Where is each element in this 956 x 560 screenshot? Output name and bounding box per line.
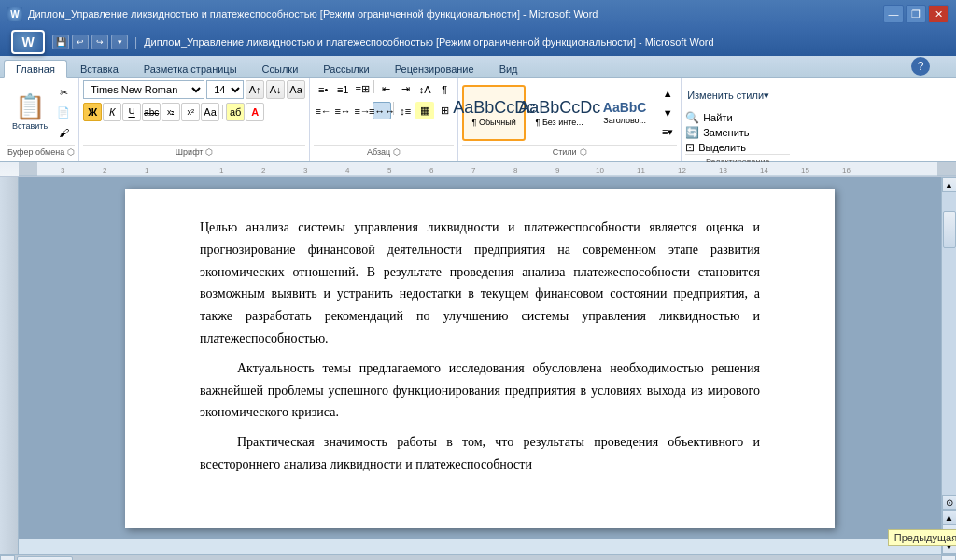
find-button[interactable]: 🔍 Найти — [685, 111, 749, 124]
superscript-button[interactable]: x² — [181, 103, 200, 121]
multilevel-button[interactable]: ≡⊞ — [353, 80, 372, 98]
tab-mailings[interactable]: Рассылки — [311, 60, 381, 77]
svg-rect-2 — [937, 162, 956, 177]
close-button[interactable]: ✕ — [928, 5, 949, 23]
style-no-spacing-label: ¶ Без инте... — [536, 118, 583, 127]
titlebar: W Диплом_Управление ликвидностью и плате… — [0, 0, 956, 28]
paste-button[interactable]: 📋 Вставить — [7, 82, 52, 143]
style-no-spacing[interactable]: AaBbCcDc ¶ Без инте... — [527, 85, 591, 141]
copy-button[interactable]: 📄 — [54, 104, 73, 121]
font-label: Шрифт — [176, 147, 204, 157]
align-left-button[interactable]: ≡← — [314, 102, 332, 119]
redo-btn[interactable]: ↪ — [91, 35, 108, 49]
font-color-button[interactable]: А — [246, 103, 264, 121]
style-normal[interactable]: AaBbCcDc ¶ Обычный — [462, 85, 526, 141]
select-object-button[interactable]: ⊙ — [942, 495, 957, 510]
paragraph-3: Практическая значимость работы в том, чт… — [200, 431, 760, 476]
svg-text:12: 12 — [678, 166, 686, 175]
format-painter-button[interactable]: 🖌 — [54, 123, 73, 141]
styles-group: AaBbCcDc ¶ Обычный AaBbCcDc ¶ Без инте..… — [458, 78, 682, 161]
font-shrink-button[interactable]: A↓ — [266, 80, 285, 99]
replace-button[interactable]: 🔄 Заменить — [685, 126, 749, 139]
undo-btn[interactable]: ↩ — [72, 35, 89, 49]
svg-text:8: 8 — [513, 166, 518, 175]
bullets-button[interactable]: ≡• — [314, 80, 332, 98]
office-logo: W — [7, 7, 22, 21]
font-grow-button[interactable]: A↑ — [246, 80, 264, 99]
svg-text:14: 14 — [760, 166, 768, 175]
ribbon-tabs: Главная Вставка Разметка страницы Ссылки… — [0, 56, 956, 78]
vertical-scrollbar: ▲ ⊙ ▲ ▼ ▼ — [941, 177, 956, 554]
change-styles-button[interactable]: Изменить стили▾ — [685, 80, 779, 108]
styles-more[interactable]: ≡▾ — [658, 123, 677, 141]
office-button[interactable]: W — [11, 30, 45, 54]
numbering-button[interactable]: ≡1 — [333, 80, 352, 98]
paragraph-expand[interactable]: ⬡ — [393, 147, 401, 157]
tab-home[interactable]: Главная — [4, 60, 67, 78]
case-button[interactable]: Аа — [201, 103, 219, 121]
clipboard-group: 📋 Вставить ✂ 📄 🖌 Буфер обмена ⬡ — [4, 78, 79, 161]
tab-review[interactable]: Рецензирование — [383, 60, 486, 77]
ruler: 3 2 1 1 2 3 4 5 6 7 8 9 10 11 12 13 14 1… — [0, 162, 956, 177]
subscript-button[interactable]: x₂ — [162, 103, 180, 121]
scroll-right-button[interactable]: ► — [941, 555, 956, 561]
svg-text:16: 16 — [842, 166, 851, 175]
font-size-select[interactable]: 14 — [206, 80, 244, 99]
line-spacing-button[interactable]: ↕≡ — [396, 102, 415, 119]
prev-page-button[interactable]: ▲ — [942, 510, 957, 525]
scroll-left-button[interactable]: ◄ — [0, 555, 15, 561]
main-area: Целью анализа системы управления ликвидн… — [0, 177, 956, 554]
underline-button[interactable]: Ч — [122, 103, 141, 121]
help-button[interactable]: ? — [911, 57, 930, 76]
clipboard-expand[interactable]: ⬡ — [67, 147, 75, 157]
increase-indent-button[interactable]: ⇥ — [396, 80, 415, 98]
save-quick-btn[interactable]: 💾 — [52, 35, 69, 49]
font-expand[interactable]: ⬡ — [205, 147, 213, 157]
tab-layout[interactable]: Разметка страницы — [132, 60, 249, 77]
tab-view[interactable]: Вид — [487, 60, 530, 77]
style-heading1[interactable]: AaBbC Заголово... — [593, 85, 656, 141]
select-button[interactable]: ⊡ Выделить — [685, 141, 749, 154]
editing-group: Изменить стили▾ 🔍 Найти 🔄 Заменить ⊡ Выд… — [682, 78, 794, 161]
svg-text:2: 2 — [103, 166, 107, 175]
svg-text:1: 1 — [219, 166, 224, 175]
scroll-track[interactable] — [942, 192, 957, 495]
scroll-thumb[interactable] — [943, 211, 956, 248]
styles-scroll-down[interactable]: ▼ — [658, 104, 677, 121]
scroll-up-button[interactable]: ▲ — [942, 177, 957, 192]
style-heading1-label: Заголово... — [603, 116, 646, 125]
paste-icon: 📋 — [15, 94, 45, 119]
justify-button[interactable]: ≡↔↔ — [373, 102, 391, 119]
more-quick-btn[interactable]: ▾ — [111, 35, 128, 49]
font-name-select[interactable]: Times New Roman — [83, 80, 204, 99]
minimize-button[interactable]: — — [883, 5, 904, 23]
italic-button[interactable]: К — [103, 103, 121, 121]
tab-insert[interactable]: Вставка — [68, 60, 131, 77]
show-formatting-button[interactable]: ¶ — [435, 80, 454, 98]
decrease-indent-button[interactable]: ⇤ — [376, 80, 395, 98]
h-scroll-track[interactable] — [15, 555, 941, 561]
strikethrough-button[interactable]: abc — [142, 103, 161, 121]
styles-scroll-up[interactable]: ▲ — [658, 84, 677, 102]
ribbon-content: 📋 Вставить ✂ 📄 🖌 Буфер обмена ⬡ Times — [0, 78, 956, 162]
styles-expand[interactable]: ⬡ — [580, 147, 587, 157]
align-center-button[interactable]: ≡↔ — [333, 102, 352, 119]
tab-references[interactable]: Ссылки — [250, 60, 311, 77]
document-area: Целью анализа системы управления ликвидн… — [19, 177, 941, 539]
borders-button[interactable]: ⊞ — [435, 102, 454, 119]
highlight-button[interactable]: аб — [226, 103, 245, 121]
cut-button[interactable]: ✂ — [54, 84, 73, 102]
select-label: Выделить — [698, 142, 746, 153]
window-controls: — ❐ ✕ — [883, 5, 949, 23]
svg-text:2: 2 — [261, 166, 266, 175]
horizontal-scrollbar: ◄ ► Предыдущая страница (Ctrl+PgUp) — [0, 554, 956, 560]
svg-rect-0 — [19, 162, 956, 177]
bold-button[interactable]: Ж — [83, 103, 102, 121]
restore-button[interactable]: ❐ — [906, 5, 926, 23]
clear-format-button[interactable]: Аа — [287, 80, 305, 99]
sort-button[interactable]: ↕A — [415, 80, 434, 98]
h-scroll-thumb[interactable] — [17, 556, 73, 561]
ruler-svg: 3 2 1 1 2 3 4 5 6 7 8 9 10 11 12 13 14 1… — [19, 162, 956, 177]
shading-button[interactable]: ▦ — [415, 102, 434, 119]
style-normal-label: ¶ Обычный — [472, 118, 516, 127]
